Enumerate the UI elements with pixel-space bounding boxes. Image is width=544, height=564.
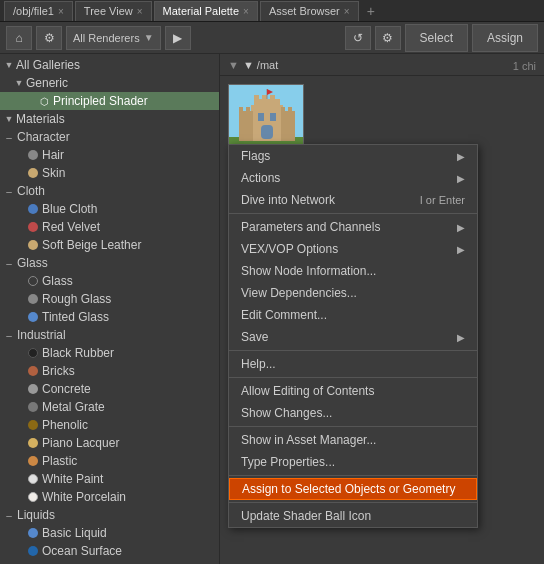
material-dot [28,312,38,322]
tree-section-industrial[interactable]: – Industrial [0,326,219,344]
main-layout: ▼ All Galleries ▼ Generic ⬡ Principled S… [0,54,544,564]
material-dot [28,492,38,502]
tab-add-button[interactable]: + [361,1,381,21]
tree-item-piano-lacquer[interactable]: Piano Lacquer [0,434,219,452]
tree-item-soft-beige-leather[interactable]: Soft Beige Leather [0,236,219,254]
ctx-item-flags[interactable]: Flags ▶ [229,145,477,167]
svg-rect-13 [258,113,264,121]
tree-item-glass[interactable]: Glass [0,272,219,290]
tab-tree-view[interactable]: Tree View × [75,1,152,21]
ctx-item-type-properties[interactable]: Type Properties... [229,451,477,473]
tree-item-white-paint[interactable]: White Paint [0,470,219,488]
settings-button[interactable]: ⚙ [36,26,62,50]
submenu-arrow-icon: ▶ [457,173,465,184]
ctx-item-show-changes[interactable]: Show Changes... [229,402,477,424]
ctx-item-allow-editing[interactable]: Allow Editing of Contents [229,380,477,402]
tab-obj-file1[interactable]: /obj/file1 × [4,1,73,21]
submenu-arrow-icon: ▶ [457,222,465,233]
ctx-item-vex-vop[interactable]: VEX/VOP Options ▶ [229,238,477,260]
tree-item-rough-glass[interactable]: Rough Glass [0,290,219,308]
select-button[interactable]: Select [405,24,468,52]
material-dot [28,420,38,430]
svg-rect-12 [288,107,292,112]
forward-button[interactable]: ▶ [165,26,191,50]
toolbar: ⌂ ⚙ All Renderers ▼ ▶ ↺ ⚙ Select Assign [0,22,544,54]
tree-item-white-porcelain[interactable]: White Porcelain [0,488,219,506]
tree-section-glass[interactable]: – Glass [0,254,219,272]
tree-materials[interactable]: ▼ Materials [0,110,219,128]
ctx-item-view-dependencies[interactable]: View Dependencies... [229,282,477,304]
ctx-item-edit-comment[interactable]: Edit Comment... [229,304,477,326]
collapse-icon: – [4,330,14,340]
tree-section-liquids[interactable]: – Liquids [0,506,219,524]
svg-rect-15 [261,125,273,139]
ctx-separator [229,475,477,476]
tab-close-icon[interactable]: × [58,6,64,17]
assign-button[interactable]: Assign [472,24,538,52]
svg-rect-11 [281,107,285,112]
tree-item-basic-liquid[interactable]: Basic Liquid [0,524,219,542]
tree-item-ocean-surface[interactable]: Ocean Surface [0,542,219,560]
expand-icon: ▼ [14,78,24,88]
collapse-icon: – [4,186,14,196]
ctx-separator [229,426,477,427]
material-dot [28,366,38,376]
collapse-icon: – [4,258,14,268]
home-button[interactable]: ⌂ [6,26,32,50]
ctx-item-show-asset-manager[interactable]: Show in Asset Manager... [229,429,477,451]
svg-rect-6 [254,95,259,101]
svg-rect-10 [246,107,250,112]
tree-item-bricks[interactable]: Bricks [0,362,219,380]
refresh-button[interactable]: ↺ [345,26,371,50]
tab-close-icon[interactable]: × [243,6,249,17]
tab-close-icon[interactable]: × [344,6,350,17]
right-panel: ▼ ▼ /mat 1 chi [220,54,544,564]
tree-item-skin[interactable]: Skin [0,164,219,182]
tree-item-red-velvet[interactable]: Red Velvet [0,218,219,236]
mat-expand-icon: ▼ [228,59,239,71]
tree-generic[interactable]: ▼ Generic [0,74,219,92]
svg-rect-8 [270,95,275,101]
material-dot [28,474,38,484]
mat-header: ▼ ▼ /mat 1 chi [220,54,544,76]
material-dot [28,438,38,448]
tree-item-metal-grate[interactable]: Metal Grate [0,398,219,416]
tree-item-plastic[interactable]: Plastic [0,452,219,470]
ctx-item-dive-into-network[interactable]: Dive into Network I or Enter [229,189,477,211]
tree-principled-shader[interactable]: ⬡ Principled Shader [0,92,219,110]
material-dot [28,150,38,160]
ctx-item-assign-to-selected[interactable]: Assign to Selected Objects or Geometry [229,478,477,500]
context-menu: Flags ▶ Actions ▶ Dive into Network I or… [228,144,478,528]
options-button[interactable]: ⚙ [375,26,401,50]
expand-icon: ▼ [4,60,14,70]
material-dot [28,546,38,556]
collapse-icon: – [4,132,14,142]
tab-asset-browser[interactable]: Asset Browser × [260,1,359,21]
tree-item-tinted-glass[interactable]: Tinted Glass [0,308,219,326]
tab-close-icon[interactable]: × [137,6,143,17]
tree-item-black-rubber[interactable]: Black Rubber [0,344,219,362]
svg-rect-9 [239,107,243,112]
ctx-item-update-shader-ball[interactable]: Update Shader Ball Icon [229,505,477,527]
tab-material-palette[interactable]: Material Palette × [154,1,258,21]
ctx-item-save[interactable]: Save ▶ [229,326,477,348]
material-dot [28,240,38,250]
tree-section-cloth[interactable]: – Cloth [0,182,219,200]
ctx-item-show-node-info[interactable]: Show Node Information... [229,260,477,282]
svg-rect-3 [239,111,253,141]
tree-item-phenolic[interactable]: Phenolic [0,416,219,434]
tree-item-hair[interactable]: Hair [0,146,219,164]
ctx-item-help[interactable]: Help... [229,353,477,375]
ctx-item-actions[interactable]: Actions ▶ [229,167,477,189]
renderer-select[interactable]: All Renderers ▼ [66,26,161,50]
svg-rect-14 [270,113,276,121]
tree-item-blue-cloth[interactable]: Blue Cloth [0,200,219,218]
tree-section-character[interactable]: – Character [0,128,219,146]
ctx-item-parameters-channels[interactable]: Parameters and Channels ▶ [229,216,477,238]
expand-icon: ▼ [4,114,14,124]
tree-all-galleries[interactable]: ▼ All Galleries [0,56,219,74]
material-dot [28,294,38,304]
tree-item-concrete[interactable]: Concrete [0,380,219,398]
material-dot [28,384,38,394]
material-dot [28,528,38,538]
